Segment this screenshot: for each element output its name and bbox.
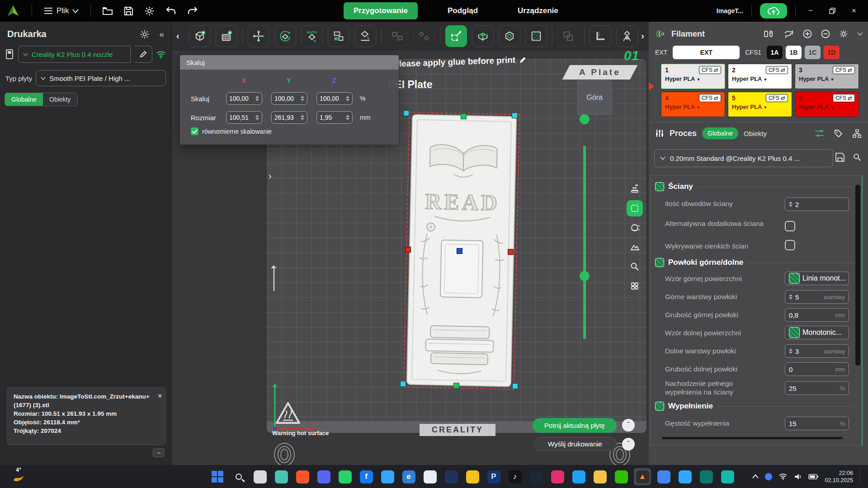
select-region-button[interactable] bbox=[627, 200, 643, 216]
top-layers-input[interactable]: 5warstwy bbox=[785, 290, 849, 304]
taskbar-icon-explorer[interactable]: e bbox=[400, 468, 417, 485]
scale-handle-tl[interactable] bbox=[403, 110, 409, 116]
cfs-sync-button[interactable]: CFS⇄ bbox=[833, 66, 855, 74]
cfs-sync-button[interactable]: CFS⇄ bbox=[766, 66, 788, 74]
toolbar-collapse-left-icon[interactable]: ‹ bbox=[176, 31, 179, 41]
weather-widget[interactable]: 4° bbox=[13, 467, 24, 482]
cfs-slot-1b[interactable]: 1B bbox=[786, 46, 802, 59]
taskbar-icon-instagram[interactable] bbox=[549, 468, 566, 485]
printer-select[interactable]: Creality K2 Plus 0.4 nozzle bbox=[18, 46, 131, 63]
open-file-button[interactable] bbox=[103, 7, 113, 15]
settings-hscrollbar[interactable] bbox=[662, 437, 843, 439]
alt-wall-checkbox[interactable] bbox=[785, 221, 795, 231]
tray-bluetooth-icon[interactable] bbox=[765, 473, 772, 480]
taskbar-icon-app-navy[interactable] bbox=[443, 468, 460, 485]
bottom-layers-input[interactable]: 3warstwy bbox=[785, 344, 849, 358]
taskbar-icon-steam[interactable] bbox=[528, 468, 545, 485]
tray-volume-icon[interactable] bbox=[794, 473, 802, 480]
object-center-handle[interactable] bbox=[457, 248, 462, 254]
taskbar-icon-google-photos[interactable] bbox=[464, 468, 481, 485]
filament-slot-3[interactable]: 3 CFS⇄ Hyper PLA ▼ bbox=[795, 64, 859, 89]
toolbar-expand-right-icon[interactable]: › bbox=[641, 31, 644, 41]
taskbar-icon-paypal[interactable]: P bbox=[485, 468, 502, 485]
tune-settings-icon[interactable] bbox=[815, 130, 824, 137]
cfs-sync-button[interactable]: CFS⇄ bbox=[699, 94, 721, 102]
tab-objects-process[interactable]: Obiekty bbox=[744, 130, 767, 137]
tray-battery-icon[interactable] bbox=[808, 474, 818, 479]
bottom-pattern-select[interactable]: Monotonic... bbox=[785, 326, 849, 339]
filament-slot-1[interactable]: 1 CFS⇄ Hyper PLA ▼ bbox=[661, 64, 725, 89]
top-thickness-input[interactable]: 0,8mm bbox=[785, 308, 849, 322]
close-info-icon[interactable]: × bbox=[158, 391, 162, 400]
taskbar-icon-whatsapp[interactable] bbox=[336, 468, 354, 485]
search-preset-icon[interactable] bbox=[853, 153, 862, 162]
taskbar-icon-discord[interactable] bbox=[315, 468, 332, 485]
scale-handle-br[interactable] bbox=[512, 383, 518, 389]
orbit-view-button[interactable] bbox=[627, 220, 643, 236]
slice-options-toggle[interactable]: ˆ bbox=[622, 419, 635, 432]
seam-paint-button[interactable] bbox=[499, 25, 520, 47]
settings-vscrollbar[interactable] bbox=[855, 185, 860, 366]
rotate-tool-button[interactable] bbox=[274, 25, 296, 47]
printer-settings-gear-icon[interactable] bbox=[140, 30, 149, 39]
minimize-button[interactable]: − bbox=[804, 4, 817, 18]
gizmo-handle-bottom[interactable] bbox=[580, 271, 590, 281]
top-pattern-select[interactable]: Linia monot... bbox=[785, 272, 849, 285]
uniform-scale-checkbox[interactable] bbox=[191, 127, 198, 135]
plate-type-select[interactable]: Smooth PEI Plate / High ... bbox=[36, 70, 166, 86]
scale-z-input[interactable]: 100,00 bbox=[316, 92, 353, 105]
tab-urzadzenie[interactable]: Urządzenie bbox=[508, 2, 568, 19]
size-x-input[interactable]: 100,51 bbox=[226, 111, 262, 124]
cloud-upload-button[interactable] bbox=[760, 3, 787, 19]
cfs-slot-1d[interactable]: 1D bbox=[824, 46, 840, 59]
filament-slot-5[interactable]: 5 CFS⇄ Hyper PLA ▼ bbox=[728, 92, 792, 117]
preset-tag-icon[interactable] bbox=[834, 129, 843, 138]
remove-filament-icon[interactable] bbox=[821, 29, 830, 38]
tab-objects-left[interactable]: Obiekty bbox=[43, 93, 77, 106]
merge-objects-button[interactable] bbox=[557, 25, 579, 47]
taskbar-icon-lightroom[interactable] bbox=[676, 468, 693, 485]
taskbar-icon-snipping[interactable] bbox=[251, 468, 269, 485]
taskbar-icon-brave[interactable] bbox=[294, 468, 311, 485]
scale-gizmo-axis[interactable] bbox=[583, 146, 586, 339]
scale-dialog[interactable]: Skaluj X Y Z Skaluj 100,00 100,00 100,00… bbox=[180, 55, 399, 145]
lay-flat-button[interactable] bbox=[354, 25, 376, 47]
taskbar-icon-twitter[interactable] bbox=[570, 468, 587, 485]
taskbar-icon-search[interactable] bbox=[230, 468, 247, 485]
scale-tool-button[interactable] bbox=[445, 25, 467, 47]
arrange-button[interactable] bbox=[328, 25, 349, 47]
infill-overlap-input[interactable]: 25% bbox=[785, 381, 849, 395]
send-print-button[interactable]: Wyślij drukowanie bbox=[533, 437, 617, 451]
add-plate-button[interactable] bbox=[216, 25, 237, 47]
thin-walls-checkbox[interactable] bbox=[785, 240, 795, 250]
tab-podglad[interactable]: Podgląd bbox=[438, 2, 488, 19]
save-button[interactable] bbox=[124, 7, 133, 15]
scale-x-input[interactable]: 100,00 bbox=[226, 92, 262, 105]
collapse-filament-icon[interactable] bbox=[857, 32, 863, 36]
taskbar-icon-edge-dev[interactable] bbox=[273, 468, 290, 485]
add-model-button[interactable] bbox=[189, 25, 211, 47]
model-check-button[interactable] bbox=[616, 25, 638, 47]
scale-handle-left[interactable] bbox=[405, 247, 411, 253]
scale-y-input[interactable]: 100,00 bbox=[271, 92, 307, 105]
slice-plate-button[interactable]: Potnij aktualną płytę bbox=[533, 418, 617, 433]
settings-gear-button[interactable] bbox=[145, 6, 154, 16]
taskbar-icon-photos[interactable] bbox=[421, 468, 439, 485]
scale-handle-bl[interactable] bbox=[400, 381, 406, 387]
taskbar-icon-camera[interactable] bbox=[698, 468, 715, 485]
wifi-icon[interactable] bbox=[156, 51, 166, 58]
show-desktop-strip[interactable] bbox=[859, 469, 862, 484]
clock-widget[interactable]: 22:06 02.10.2025 bbox=[825, 469, 853, 484]
process-preset-select[interactable]: 0.20mm Standard @Creality K2 Plus 0.4 ..… bbox=[654, 149, 833, 167]
view-cube[interactable]: Góra bbox=[577, 80, 612, 115]
cfs-sync-button[interactable]: CFS⇄ bbox=[699, 66, 721, 74]
split-to-objects-button[interactable] bbox=[387, 25, 408, 47]
taskbar-icon-facebook[interactable]: f bbox=[358, 468, 375, 485]
size-y-input[interactable]: 261,93 bbox=[271, 111, 307, 124]
gizmo-handle-top[interactable] bbox=[580, 114, 590, 124]
color-paint-button[interactable] bbox=[525, 25, 547, 47]
cfs-slot-1a[interactable]: 1A bbox=[767, 46, 783, 59]
infill-density-input[interactable]: 15% bbox=[785, 417, 849, 430]
taskbar-icon-creality-print[interactable]: ▲ bbox=[634, 468, 651, 485]
size-z-input[interactable]: 1,95 bbox=[316, 111, 353, 124]
